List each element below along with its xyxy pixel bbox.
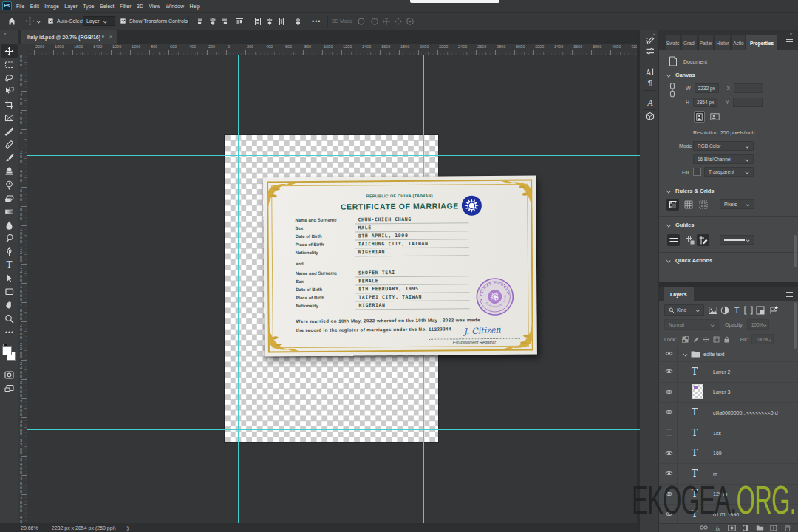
- filter-type-icon[interactable]: T: [732, 306, 741, 315]
- layer-visibility-toggle[interactable]: [664, 367, 675, 376]
- pasteboard[interactable]: REPUBLIC OF CHINA (TAIWAN) CERTIFICATE O…: [27, 55, 640, 523]
- menu-3d[interactable]: 3D: [137, 4, 143, 9]
- layer-name[interactable]: m: [713, 471, 717, 476]
- lock-artboard-icon[interactable]: [713, 336, 720, 343]
- distribute-left-icon[interactable]: [254, 13, 262, 30]
- brushes-icon[interactable]: [640, 45, 659, 57]
- auto-select-checkbox[interactable]: [48, 13, 53, 30]
- 3d-orbit-icon[interactable]: [357, 13, 366, 30]
- panel-tab-properties[interactable]: Properties: [746, 35, 777, 50]
- menu-filter[interactable]: Filter: [120, 4, 132, 9]
- lock-guides-icon[interactable]: [683, 234, 696, 246]
- foreground-color-swatch[interactable]: [2, 346, 12, 355]
- layer-visibility-toggle[interactable]: [664, 387, 675, 396]
- panel-tab-patter[interactable]: Patter: [699, 35, 713, 50]
- menu-view[interactable]: View: [149, 4, 160, 9]
- guide-horizontal-2[interactable]: [27, 429, 640, 430]
- layer-name[interactable]: Layer 3: [713, 389, 730, 395]
- new-group-icon[interactable]: [756, 525, 764, 531]
- bit-depth-dropdown[interactable]: 16 Bits/Channel: [693, 154, 754, 164]
- fill-swatch[interactable]: [693, 168, 701, 176]
- status-chevron-icon[interactable]: ❯: [126, 525, 130, 531]
- auto-select-target-dropdown[interactable]: Layer: [83, 16, 115, 26]
- vertical-ruler[interactable]: 8006004002000200400600800100012001400160…: [18, 55, 27, 523]
- rectangle-tool[interactable]: [1, 285, 18, 299]
- lock-all-icon[interactable]: [723, 336, 730, 343]
- quick-actions-section-header[interactable]: Quick Actions: [666, 255, 712, 265]
- horizontal-ruler[interactable]: 2000180016001400120010008006004002000200…: [27, 44, 640, 55]
- align-right-icon[interactable]: [222, 13, 229, 30]
- layer-effects-icon[interactable]: fx: [714, 525, 722, 531]
- path-selection-tool[interactable]: [1, 272, 18, 285]
- glyphs-panel-icon[interactable]: A: [640, 96, 659, 108]
- canvas-height-field[interactable]: 2854 px: [693, 98, 717, 107]
- rulers-toggle-icon[interactable]: [666, 199, 679, 211]
- layer-name[interactable]: 1ss: [713, 430, 721, 435]
- layer-name[interactable]: cilla0000000...<<<<<<<<0 d: [713, 409, 778, 415]
- layer-visibility-toggle[interactable]: [664, 429, 675, 437]
- home-icon[interactable]: [7, 13, 16, 30]
- portrait-orientation-button[interactable]: [694, 111, 705, 123]
- grid-toggle-icon[interactable]: [682, 199, 695, 211]
- panel-tab-gradi[interactable]: Gradi: [682, 35, 697, 50]
- crop-tool[interactable]: [1, 98, 18, 111]
- zoom-tool[interactable]: [1, 312, 18, 325]
- layer-row-3[interactable]: Tcilla0000000...<<<<<<<<0 d: [659, 402, 798, 423]
- 3d-scale-icon[interactable]: [406, 13, 415, 30]
- filter-adjustment-icon[interactable]: [720, 306, 729, 315]
- distribute-right-icon[interactable]: [278, 13, 285, 30]
- canvas-width-field[interactable]: 2232 px: [695, 83, 719, 93]
- layer-name[interactable]: Layer 2: [713, 369, 730, 374]
- menu-layer[interactable]: Layer: [64, 4, 78, 9]
- lasso-tool[interactable]: [1, 71, 18, 84]
- landscape-orientation-button[interactable]: [709, 111, 721, 123]
- layer-visibility-toggle[interactable]: [664, 349, 675, 358]
- certificate-of-marriage-image[interactable]: REPUBLIC OF CHINA (TAIWAN) CERTIFICATE O…: [263, 176, 537, 357]
- gradient-tool[interactable]: [1, 205, 18, 218]
- menu-window[interactable]: Window: [166, 4, 184, 9]
- eraser-tool[interactable]: [1, 191, 18, 205]
- lock-transparency-icon[interactable]: [682, 336, 689, 343]
- menu-file[interactable]: File: [16, 4, 24, 9]
- layer-row-2[interactable]: Layer 3: [659, 382, 798, 403]
- move-tool-icon[interactable]: [25, 13, 35, 30]
- dodge-tool[interactable]: [1, 231, 18, 245]
- guide-vertical-1[interactable]: [238, 55, 239, 523]
- layer-mask-icon[interactable]: [728, 525, 736, 531]
- menu-image[interactable]: Image: [44, 4, 58, 9]
- opacity-field[interactable]: 100%: [747, 319, 769, 330]
- blend-mode-dropdown[interactable]: Normal: [664, 319, 719, 330]
- collapse-panels-icon[interactable]: »: [790, 31, 792, 35]
- group-expand-chevron[interactable]: [683, 352, 688, 355]
- layer-row-4[interactable]: T1ss: [659, 423, 798, 443]
- lock-pixels-icon[interactable]: [692, 336, 699, 343]
- 3d-panel-icon[interactable]: [640, 110, 659, 122]
- more-options-icon[interactable]: •••: [312, 13, 321, 30]
- move-tool[interactable]: [1, 44, 18, 58]
- paragraph-panel-icon[interactable]: ¶: [640, 76, 659, 88]
- panel-menu-icon[interactable]: [786, 39, 793, 44]
- edit-guides-icon[interactable]: [697, 234, 709, 246]
- delete-layer-icon[interactable]: [784, 525, 792, 531]
- 3d-pan-icon[interactable]: [382, 13, 391, 30]
- link-dimensions-icon[interactable]: [669, 82, 676, 98]
- link-layers-icon[interactable]: [700, 525, 708, 531]
- menu-help[interactable]: Help: [189, 4, 200, 9]
- tool-preset-chevron[interactable]: [37, 13, 41, 30]
- ruler-units-dropdown[interactable]: Pixels: [720, 200, 754, 209]
- panel-tab-swatc[interactable]: Swatc: [666, 35, 680, 50]
- document-tab[interactable]: Italy id.psd @ 20.7% (RGB/16) * ×: [21, 30, 117, 44]
- 3d-roll-icon[interactable]: [370, 13, 379, 30]
- properties-document-row[interactable]: Document: [669, 54, 707, 69]
- screen-mode-icon[interactable]: [1, 381, 18, 395]
- rulers-grids-section-header[interactable]: Rulers & Grids: [666, 185, 715, 196]
- layer-name[interactable]: edite text: [703, 351, 724, 356]
- history-brush-tool[interactable]: [1, 178, 18, 191]
- eyedropper-tool[interactable]: [1, 125, 18, 138]
- layer-visibility-toggle[interactable]: [664, 408, 675, 417]
- panel-tab-histor[interactable]: Histor: [715, 35, 730, 50]
- hand-tool[interactable]: [1, 299, 18, 312]
- pen-tool[interactable]: [1, 245, 18, 259]
- guides-toggle-icon[interactable]: [667, 234, 680, 246]
- ellipsis[interactable]: [1, 325, 18, 338]
